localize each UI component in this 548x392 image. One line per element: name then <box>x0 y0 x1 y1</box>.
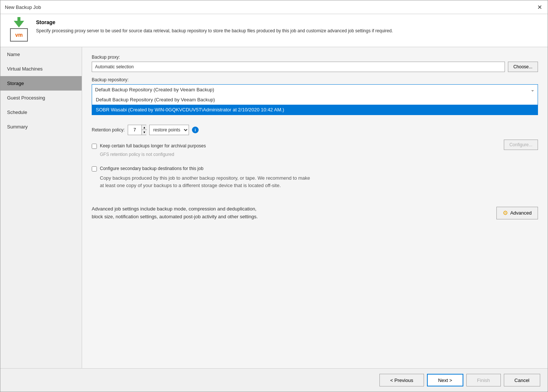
choose-button[interactable]: Choose... <box>508 62 538 72</box>
archival-checkbox-group: Keep certain full backups longer for arc… <box>92 143 504 149</box>
chevron-down-icon: ⌄ <box>531 87 535 92</box>
previous-button[interactable]: < Previous <box>379 374 424 386</box>
new-backup-job-dialog: New Backup Job ✕ vm Storage Specify proc… <box>0 0 548 392</box>
dropdown-item-0[interactable]: Default Backup Repository (Created by Ve… <box>92 95 538 105</box>
storage-icon: vm <box>7 19 31 42</box>
backup-proxy-group: Backup proxy: Choose... <box>92 55 538 72</box>
sidebar-item-name[interactable]: Name <box>0 47 82 62</box>
archival-checkbox[interactable] <box>92 144 97 149</box>
gear-icon: ⚙ <box>503 209 508 216</box>
proxy-row: Choose... <box>92 62 538 72</box>
repo-dropdown-container: Default Backup Repository (Created by Ve… <box>92 84 538 115</box>
repo-dropdown-list: Default Backup Repository (Created by Ve… <box>92 95 538 115</box>
repo-with-configure: Default Backup Repository (Created by Ve… <box>92 84 538 115</box>
footer: < Previous Next > Finish Cancel <box>0 368 548 392</box>
retention-number-input: ▲ ▼ <box>128 125 146 135</box>
arrow-down-icon <box>14 21 24 27</box>
main-content: Backup proxy: Choose... Backup repositor… <box>82 47 548 368</box>
sidebar-item-storage[interactable]: Storage <box>0 76 82 91</box>
main-inner: Backup proxy: Choose... Backup repositor… <box>92 55 538 221</box>
vm-box-icon: vm <box>10 28 28 42</box>
spinner-up-button[interactable]: ▲ <box>142 125 147 130</box>
secondary-destination-group: Configure secondary backup destinations … <box>92 162 538 189</box>
backup-repository-label: Backup repository: <box>92 77 538 82</box>
secondary-destination-desc: Copy backups produced by this job to ano… <box>92 174 538 189</box>
retention-label: Retention policy: <box>92 127 125 133</box>
backup-proxy-label: Backup proxy: <box>92 55 538 60</box>
retention-type-select[interactable]: restore points days <box>149 125 189 135</box>
sidebar-item-guest-processing[interactable]: Guest Processing <box>0 91 82 105</box>
secondary-checkbox-row: Configure secondary backup destinations … <box>92 166 538 172</box>
archival-checkbox-label[interactable]: Keep certain full backups longer for arc… <box>100 143 206 148</box>
backup-proxy-input[interactable] <box>92 62 505 72</box>
spinner-buttons: ▲ ▼ <box>141 125 147 135</box>
retention-value-input[interactable] <box>128 125 141 135</box>
backup-repository-group: Backup repository: Default Backup Reposi… <box>92 77 538 115</box>
repo-col: Default Backup Repository (Created by Ve… <box>92 84 538 115</box>
content-area: Name Virtual Machines Storage Guest Proc… <box>0 47 548 368</box>
retention-row: Retention policy: ▲ ▼ restore points day… <box>92 125 538 135</box>
dropdown-item-1[interactable]: SOBR Wasabi (Created by WIN-0GQKVCDUV5T\… <box>92 105 538 115</box>
sidebar-item-schedule[interactable]: Schedule <box>0 105 82 120</box>
info-icon[interactable]: i <box>192 127 199 133</box>
spinner-down-button[interactable]: ▼ <box>142 130 147 135</box>
finish-button[interactable]: Finish <box>466 374 501 386</box>
title-bar: New Backup Job ✕ <box>0 0 548 14</box>
header-description: Specify processing proxy server to be us… <box>36 27 393 34</box>
archival-checkbox-left: Keep certain full backups longer for arc… <box>92 140 504 162</box>
configure-button[interactable]: Configure... <box>504 140 538 150</box>
advanced-text: Advanced job settings include backup mod… <box>92 205 258 221</box>
gfs-note: GFS retention policy is not configured <box>92 152 504 157</box>
header: vm Storage Specify processing proxy serv… <box>0 14 548 47</box>
repo-dropdown[interactable]: Default Backup Repository (Created by Ve… <box>92 84 538 95</box>
cancel-button[interactable]: Cancel <box>504 374 540 386</box>
secondary-destination-checkbox[interactable] <box>92 166 97 172</box>
archival-checkbox-row: Keep certain full backups longer for arc… <box>92 140 538 162</box>
vm-text-icon: vm <box>15 32 23 38</box>
sidebar-item-virtual-machines[interactable]: Virtual Machines <box>0 62 82 76</box>
next-button[interactable]: Next > <box>427 374 463 386</box>
advanced-button[interactable]: ⚙ Advanced <box>496 207 538 219</box>
close-button[interactable]: ✕ <box>536 3 543 11</box>
repo-dropdown-selected: Default Backup Repository (Created by Ve… <box>95 87 214 92</box>
advanced-section: Advanced job settings include backup mod… <box>92 194 538 221</box>
sidebar-item-summary[interactable]: Summary <box>0 120 82 134</box>
dialog-title: New Backup Job <box>5 4 41 10</box>
secondary-destination-label[interactable]: Configure secondary backup destinations … <box>100 166 203 171</box>
header-title: Storage <box>36 19 393 25</box>
header-text: Storage Specify processing proxy server … <box>36 19 393 34</box>
sidebar: Name Virtual Machines Storage Guest Proc… <box>0 47 82 368</box>
